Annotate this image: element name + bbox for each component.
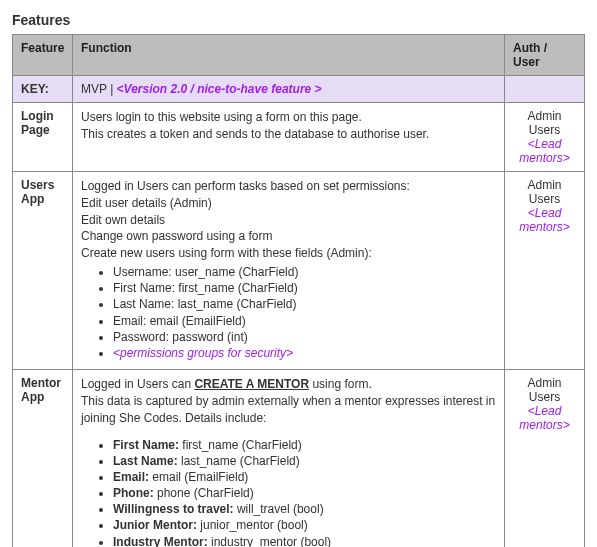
- field-label: First Name:: [113, 438, 179, 452]
- list-item: Email: email (EmailField): [113, 469, 496, 485]
- auth-lead: <Lead mentors>: [513, 137, 576, 165]
- auth-users: Users: [513, 390, 576, 404]
- feature-name-login: Login Page: [13, 103, 73, 172]
- auth-admin: Admin: [513, 178, 576, 192]
- key-auth-empty: [505, 76, 585, 103]
- field-spec: industry_mentor (bool): [208, 535, 331, 547]
- features-table: Feature Function Auth / User KEY: MVP | …: [12, 34, 585, 547]
- mentor-intro-line: Logged in Users can CREATE A MENTOR usin…: [81, 376, 496, 393]
- field-label: Phone:: [113, 486, 154, 500]
- users-intro1: Logged in Users can perform tasks based …: [81, 178, 496, 195]
- auth-lead: <Lead mentors>: [513, 206, 576, 234]
- users-intro4: Change own password using a form: [81, 228, 496, 245]
- auth-users: Users: [513, 123, 576, 137]
- list-item: Last Name: last_name (CharField): [113, 453, 496, 469]
- field-spec: junior_mentor (bool): [197, 518, 308, 532]
- spacer: [81, 427, 496, 435]
- field-label: Willingness to travel:: [113, 502, 234, 516]
- header-auth: Auth / User: [505, 35, 585, 76]
- field-label: Email:: [113, 470, 149, 484]
- users-intro2: Edit user details (Admin): [81, 195, 496, 212]
- list-item: Password: password (int): [113, 329, 496, 345]
- auth-lead: <Lead mentors>: [513, 404, 576, 432]
- mentor-line2: This data is captured by admin externall…: [81, 393, 496, 427]
- list-item: Industry Mentor: industry_mentor (bool): [113, 534, 496, 547]
- users-intro3: Edit own details: [81, 212, 496, 229]
- feature-function-login: Users login to this website using a form…: [73, 103, 505, 172]
- field-spec: phone (CharField): [154, 486, 254, 500]
- feature-name-users: Users App: [13, 172, 73, 370]
- key-row: KEY: MVP | <Version 2.0 / nice-to-have f…: [13, 76, 585, 103]
- field-label: Industry Mentor:: [113, 535, 208, 547]
- key-mvp: MVP: [81, 82, 107, 96]
- list-item: Junior Mentor: junior_mentor (bool): [113, 517, 496, 533]
- key-value: MVP | <Version 2.0 / nice-to-have featur…: [73, 76, 505, 103]
- auth-admin: Admin: [513, 109, 576, 123]
- feature-auth-login: Admin Users <Lead mentors>: [505, 103, 585, 172]
- mentor-intro-pre: Logged in Users can: [81, 377, 194, 391]
- field-spec: last_name (CharField): [178, 454, 300, 468]
- header-row: Feature Function Auth / User: [13, 35, 585, 76]
- list-item: Last Name: last_name (CharField): [113, 296, 496, 312]
- list-item: First Name: first_name (CharField): [113, 280, 496, 296]
- login-line2: This creates a token and sends to the da…: [81, 126, 496, 143]
- list-item: First Name: first_name (CharField): [113, 437, 496, 453]
- key-v2: <Version 2.0 / nice-to-have feature >: [117, 82, 322, 96]
- users-v2-field: <permissions groups for security>: [113, 346, 293, 360]
- table-row: Mentor App Logged in Users can CREATE A …: [13, 370, 585, 547]
- key-label: KEY:: [13, 76, 73, 103]
- mentor-intro-post: using form.: [309, 377, 372, 391]
- header-feature: Feature: [13, 35, 73, 76]
- auth-users: Users: [513, 192, 576, 206]
- login-line1: Users login to this website using a form…: [81, 109, 496, 126]
- field-label: Junior Mentor:: [113, 518, 197, 532]
- table-row: Login Page Users login to this website u…: [13, 103, 585, 172]
- list-item: Phone: phone (CharField): [113, 485, 496, 501]
- mentor-intro-action: CREATE A MENTOR: [194, 377, 309, 391]
- feature-name-mentor: Mentor App: [13, 370, 73, 547]
- field-label: Last Name:: [113, 454, 178, 468]
- feature-function-mentor: Logged in Users can CREATE A MENTOR usin…: [73, 370, 505, 547]
- field-spec: will_travel (bool): [234, 502, 324, 516]
- list-item: <permissions groups for security>: [113, 345, 496, 361]
- feature-function-users: Logged in Users can perform tasks based …: [73, 172, 505, 370]
- field-spec: email (EmailField): [149, 470, 248, 484]
- field-spec: first_name (CharField): [179, 438, 302, 452]
- users-intro5: Create new users using form with these f…: [81, 245, 496, 262]
- list-item: Username: user_name (CharField): [113, 264, 496, 280]
- feature-auth-users: Admin Users <Lead mentors>: [505, 172, 585, 370]
- feature-auth-mentor: Admin Users <Lead mentors>: [505, 370, 585, 547]
- key-sep: |: [107, 82, 117, 96]
- mentor-fields-list: First Name: first_name (CharField) Last …: [81, 437, 496, 548]
- list-item: Willingness to travel: will_travel (bool…: [113, 501, 496, 517]
- section-title: Features: [12, 12, 585, 28]
- list-item: Email: email (EmailField): [113, 313, 496, 329]
- auth-admin: Admin: [513, 376, 576, 390]
- table-row: Users App Logged in Users can perform ta…: [13, 172, 585, 370]
- users-fields-list: Username: user_name (CharField) First Na…: [81, 264, 496, 361]
- header-function: Function: [73, 35, 505, 76]
